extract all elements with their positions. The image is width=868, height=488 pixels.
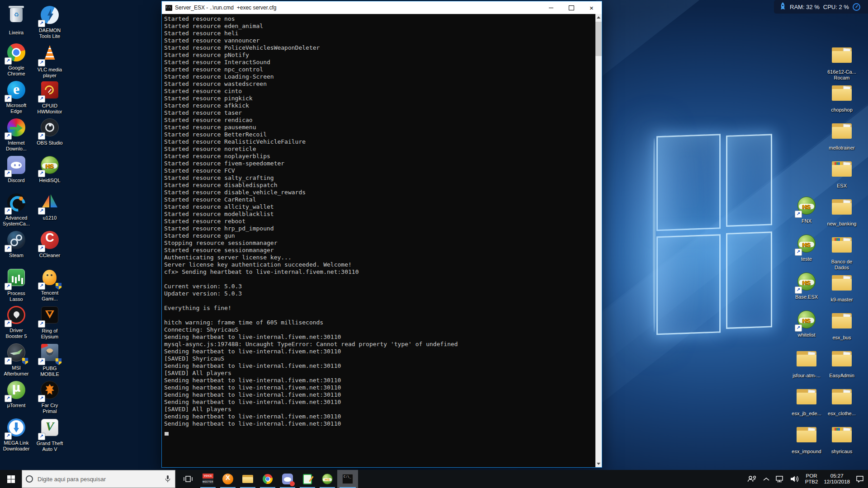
- windows-start-icon: [7, 475, 15, 483]
- desktop-icon-obs-studio[interactable]: OBS Studio: [34, 117, 66, 146]
- desktop-icon-label: new_banking: [826, 221, 858, 227]
- console-line: Started resource cinto: [164, 88, 594, 95]
- start-button[interactable]: [0, 470, 22, 488]
- console-line: Sending heartbeat to live-internal.fivem…: [164, 377, 594, 384]
- cortana-icon: [26, 475, 33, 483]
- desktop-icon-folder-esx[interactable]: ESX: [826, 157, 858, 189]
- taskbar-search[interactable]: [22, 470, 175, 488]
- desktop-icon-folder-mellotrainer[interactable]: mellotrainer: [826, 119, 858, 151]
- desktop-icon-msi-afterburner[interactable]: MSI Afterburner: [0, 342, 32, 377]
- desktop-icon-u1210[interactable]: u1210: [34, 192, 66, 221]
- scrollbar-thumb[interactable]: [595, 22, 602, 56]
- desktop-icon-pubg-mobile[interactable]: PUBG MOBILE: [34, 342, 66, 377]
- taskbar-app-chrome[interactable]: [258, 470, 278, 488]
- desktop-icon-farcry-primal[interactable]: Far Cry Primal: [34, 380, 66, 414]
- cmd-title-bar[interactable]: Server_ESX - ..\run.cmd +exec server.cfg…: [162, 1, 602, 14]
- taskbar-app-notepad-plus-plus[interactable]: [297, 470, 317, 488]
- volume-button[interactable]: [789, 470, 801, 488]
- desktop-icon-mega-link-downloader[interactable]: MEGA Link Downloader: [0, 417, 32, 452]
- desktop-icon-label: VLC media player: [34, 67, 66, 79]
- folder-icon: [831, 313, 852, 328]
- desktop-icon-folder-shyricaus[interactable]: shyricaus: [826, 423, 858, 455]
- cmd-console-body[interactable]: Started resource nos Started resource ed…: [162, 14, 602, 467]
- desktop-icon-internet-download-manager[interactable]: Internet Downlo...: [0, 117, 32, 152]
- desktop-icon-whitelist[interactable]: whitelist: [791, 309, 822, 338]
- console-scrollbar[interactable]: [595, 14, 602, 467]
- search-input[interactable]: [37, 475, 160, 483]
- shortcut-arrow-icon: [38, 59, 45, 66]
- taskbar-app-heidisql[interactable]: [317, 470, 337, 488]
- desktop-icon-vlc[interactable]: VLC media player: [34, 42, 66, 79]
- maximize-button[interactable]: [561, 1, 581, 14]
- console-line: Started resource wastedscreen: [164, 80, 594, 88]
- desktop-icon-label: k9-master: [826, 297, 858, 303]
- people-button[interactable]: [746, 470, 759, 488]
- language-indicator[interactable]: POR PTB2: [804, 470, 820, 488]
- uac-shield-icon: [55, 358, 62, 365]
- desktop-icon-process-lasso[interactable]: Process Lasso: [0, 267, 32, 302]
- gauge-icon[interactable]: [853, 3, 860, 11]
- desktop-icon-folder-new-banking[interactable]: new_banking: [826, 195, 858, 227]
- cmd-window: Server_ESX - ..\run.cmd +exec server.cfg…: [161, 1, 602, 468]
- desktop-icon-ring-of-elysium[interactable]: Ring of Elysium: [34, 305, 66, 340]
- console-line: Started resource hrp_pd_impound: [164, 225, 594, 232]
- desktop-icon-microsoft-edge[interactable]: Microsoft Edge: [0, 80, 32, 114]
- desktop-icon-driver-booster[interactable]: Driver Booster 5: [0, 305, 32, 339]
- desktop-icon-folder-chopshop[interactable]: chopshop: [826, 81, 858, 113]
- scroll-down-icon[interactable]: [595, 460, 602, 467]
- desktop-icon-folder-esx-bus[interactable]: esx_bus: [826, 309, 858, 341]
- desktop-icon-teste[interactable]: teste: [791, 233, 822, 262]
- shortcut-arrow-icon: [38, 132, 45, 140]
- desktop-icon-steam[interactable]: Steam: [0, 230, 32, 258]
- action-center-button[interactable]: [854, 470, 865, 488]
- desktop-icon-tencent-gaming[interactable]: Tencent Gami...: [34, 267, 66, 302]
- performance-monitor-widget[interactable]: RAM: 32 % CPU: 2 %: [774, 0, 868, 14]
- desktop-icon-folder-easyadmin[interactable]: EasyAdmin: [826, 347, 858, 379]
- microphone-icon[interactable]: [164, 474, 171, 483]
- desktop-icon-gtav[interactable]: Grand Theft Auto V: [34, 417, 66, 452]
- desktop-icon-discord[interactable]: Discord: [0, 155, 32, 183]
- desktop-icon-advanced-systemcare[interactable]: Advanced SystemCa...: [0, 192, 32, 227]
- desktop-icon-label: ESX: [826, 183, 858, 189]
- taskbar-app-voicemeeter[interactable]: VOICE MEETER: [198, 470, 218, 488]
- clock[interactable]: 05:27 12/10/2018: [822, 470, 851, 488]
- close-button[interactable]: ×: [581, 1, 602, 14]
- shortcut-arrow-icon: [38, 245, 45, 252]
- desktop-icon-label: esx_clothe...: [826, 411, 858, 417]
- desktop-icon-label: Grand Theft Auto V: [34, 441, 66, 452]
- console-line: Updater version: 5.0.3: [164, 290, 594, 297]
- desktop-icon-folder-banco-de-dados[interactable]: Banco de Dados: [826, 233, 858, 271]
- console-line: Connecting: ShyricauS: [164, 326, 594, 333]
- scroll-up-icon[interactable]: [595, 14, 602, 21]
- desktop-icon-utorrent[interactable]: μTorrent: [0, 380, 32, 408]
- desktop-icon-daemon-tools[interactable]: DAEMON Tools Lite: [34, 5, 66, 39]
- desktop-icon-google-chrome[interactable]: Google Chrome: [0, 42, 32, 77]
- desktop-icon-folder-esx-jb-ede[interactable]: esx_jb_ede...: [791, 385, 822, 417]
- folder-icon: [831, 161, 852, 177]
- desktop-icon-base-esx[interactable]: Base.ESX: [791, 271, 822, 300]
- desktop-icon-folder-jsfour-atm[interactable]: jsfour-atm-...: [791, 347, 822, 379]
- desktop-icon-folder-esx-impound[interactable]: esx_impound: [791, 423, 822, 455]
- shortcut-arrow-icon: [5, 283, 12, 290]
- desktop-icon-folder-k9-master[interactable]: k9-master: [826, 271, 858, 303]
- tray-overflow-button[interactable]: [762, 470, 771, 488]
- taskbar-app-cmd[interactable]: [337, 470, 358, 488]
- desktop-icon-heidisql[interactable]: HeidiSQL: [34, 155, 66, 183]
- minimize-button[interactable]: [541, 1, 561, 14]
- taskbar-app-discord[interactable]: [278, 470, 297, 488]
- task-view-button[interactable]: [178, 470, 198, 488]
- console-line: Started resource noplayerblips: [164, 153, 594, 160]
- desktop-icon-label: MEGA Link Downloader: [0, 440, 32, 452]
- console-line: Sending heartbeat to live-internal.fivem…: [164, 413, 594, 420]
- desktop-icon-label: CCleaner: [34, 253, 66, 258]
- desktop-icon-cpuid-hwmonitor[interactable]: CPUID HWMonitor: [34, 80, 66, 115]
- desktop-icon-ccleaner[interactable]: CCleaner: [34, 230, 66, 258]
- desktop-icon-folder-esx-clothe[interactable]: esx_clothe...: [826, 385, 858, 417]
- taskbar-app-file-explorer[interactable]: [238, 470, 258, 488]
- taskbar-app-xampp[interactable]: [218, 470, 238, 488]
- desktop-icon-lixeira[interactable]: Lixeira: [0, 5, 32, 36]
- desktop-icon-fnx[interactable]: FNX: [791, 195, 822, 224]
- taskbar: VOICE MEETER: [0, 470, 868, 488]
- network-button[interactable]: [774, 470, 786, 488]
- desktop-icon-folder-616e12[interactable]: 616e12-Ca... Rocam: [826, 43, 858, 81]
